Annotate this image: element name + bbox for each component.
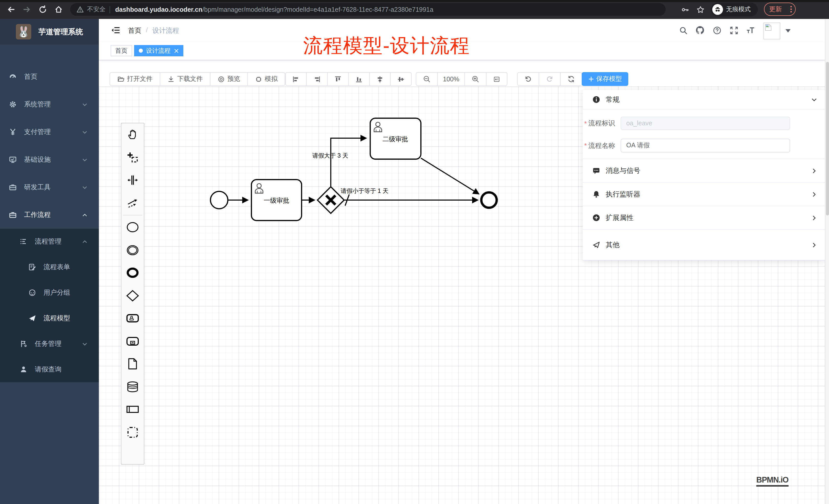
required-mark: * (584, 142, 587, 149)
sidebar-item-system[interactable]: 系统管理 (0, 90, 99, 118)
search-icon[interactable] (678, 25, 688, 35)
user-task-level1[interactable]: 一级审批 (251, 180, 301, 221)
browser-back-icon[interactable] (6, 4, 16, 15)
update-label[interactable]: 更新 (769, 5, 782, 13)
exclusive-gateway[interactable] (318, 187, 344, 214)
section-execution-listeners[interactable]: 执行监听器 (583, 183, 825, 206)
create-data-object[interactable] (121, 353, 144, 375)
flow-label-le1[interactable]: 请假小于等于 1 天 (341, 188, 389, 194)
download-file-button[interactable]: 下载文件 (160, 72, 211, 86)
app-logo[interactable]: 🐰 芋道管理系统 (0, 19, 99, 44)
process-name-input[interactable] (621, 139, 790, 153)
lasso-tool[interactable] (121, 146, 144, 169)
create-user-task[interactable] (121, 307, 144, 330)
undo-button[interactable] (517, 72, 539, 86)
process-key-input[interactable] (621, 117, 790, 130)
chevron-right-icon[interactable] (811, 191, 817, 197)
active-tag-dot (139, 49, 143, 53)
create-intermediate-event[interactable] (121, 239, 144, 262)
create-participant[interactable] (121, 398, 144, 421)
align-center-horizontal-button[interactable] (370, 72, 391, 86)
flow-task2-to-end[interactable] (421, 158, 479, 194)
simulate-button[interactable]: 模拟 (248, 72, 285, 86)
sidebar-item-process-mgmt[interactable]: 流程管理 (0, 229, 99, 254)
align-right-button[interactable] (307, 72, 328, 86)
github-icon[interactable] (695, 25, 705, 35)
close-tag-icon[interactable] (174, 48, 179, 53)
save-model-button[interactable]: 保存模型 (582, 72, 628, 86)
end-event[interactable] (481, 192, 497, 208)
create-gateway[interactable] (121, 284, 144, 307)
align-top-icon (334, 75, 341, 83)
section-extended-properties[interactable]: 扩展属性 (583, 206, 825, 230)
password-key-icon[interactable] (680, 4, 690, 15)
scrollbar-thumb[interactable] (826, 62, 829, 216)
preview-button[interactable]: 预览 (211, 72, 248, 86)
chevron-down-icon (82, 157, 87, 162)
chevron-down-icon[interactable] (811, 96, 817, 103)
create-group[interactable] (121, 421, 144, 443)
avatar-caret-icon[interactable] (786, 29, 791, 33)
sidebar-item-devtools[interactable]: 研发工具 (0, 173, 99, 201)
align-center-horizontal-icon (376, 75, 384, 83)
kebab-menu-icon[interactable] (790, 5, 792, 13)
create-start-event[interactable] (121, 216, 144, 239)
user-task-level2[interactable]: 二级审批 (370, 118, 421, 159)
align-left-button[interactable] (285, 72, 307, 86)
sidebar-item-user-group[interactable]: 用户分组 (0, 280, 99, 306)
sidebar-item-workflow[interactable]: 工作流程 (0, 201, 99, 229)
chevron-right-icon[interactable] (811, 215, 817, 221)
flow-gateway-to-task2[interactable] (331, 138, 366, 187)
browser-reload-icon[interactable] (37, 4, 48, 15)
zoom-out-button[interactable] (416, 72, 438, 86)
browser-forward-icon[interactable] (22, 4, 32, 15)
security-warning-icon[interactable] (76, 6, 84, 13)
section-messages-signals[interactable]: 消息与信号 (583, 159, 825, 183)
chevron-right-icon[interactable] (811, 167, 817, 174)
create-subprocess[interactable] (121, 330, 144, 353)
zoom-fit-button[interactable] (486, 72, 507, 86)
hand-tool[interactable] (121, 123, 144, 146)
reset-button[interactable] (561, 72, 582, 86)
flow-label-gt3[interactable]: 请假大于 3 天 (312, 152, 349, 159)
open-file-button[interactable]: 打开文件 (110, 72, 160, 86)
zoom-level[interactable]: 100% (438, 72, 465, 86)
section-other[interactable]: 其他 (583, 230, 825, 261)
page-scrollbar[interactable] (825, 19, 829, 504)
create-data-store[interactable] (121, 375, 144, 398)
redo-button[interactable] (539, 72, 561, 86)
bookmark-star-icon[interactable] (695, 4, 706, 15)
sidebar-item-leave-query[interactable]: 请假查询 (0, 357, 99, 382)
align-center-vertical-button[interactable] (391, 72, 412, 86)
align-bottom-button[interactable] (349, 72, 370, 86)
tag-design-process[interactable]: 设计流程 (134, 45, 183, 56)
font-size-icon[interactable] (746, 25, 756, 35)
user-avatar[interactable] (763, 23, 780, 39)
start-event[interactable] (211, 191, 228, 209)
help-icon[interactable] (712, 25, 722, 35)
section-general[interactable]: 常规 (583, 90, 825, 110)
bpmnio-watermark[interactable]: BPMN.iO (756, 475, 789, 487)
security-label[interactable]: 不安全 (87, 5, 106, 14)
browser-address-bar[interactable]: 不安全 dashboard.yudao.iocoder.cn/bpm/manag… (70, 3, 666, 16)
browser-home-icon[interactable] (53, 4, 64, 15)
sidebar-item-home[interactable]: 首页 (0, 63, 99, 90)
breadcrumb-home[interactable]: 首页 (128, 26, 141, 35)
space-tool[interactable] (121, 169, 144, 192)
sidebar-collapse-icon[interactable] (111, 26, 120, 35)
align-top-button[interactable] (328, 72, 349, 86)
tag-home[interactable]: 首页 (111, 45, 132, 56)
sidebar-item-process-model[interactable]: 流程模型 (0, 306, 99, 331)
browser-update-menu-button[interactable]: 更新 (764, 3, 796, 16)
chevron-down-icon (82, 185, 87, 190)
zoom-in-button[interactable] (465, 72, 486, 86)
global-connect-tool[interactable] (121, 192, 144, 215)
download-icon (168, 75, 175, 83)
sidebar-item-infra[interactable]: 基础设施 (0, 146, 99, 173)
create-end-event[interactable] (121, 262, 144, 284)
sidebar-item-task-mgmt[interactable]: 任务管理 (0, 331, 99, 357)
fullscreen-icon[interactable] (729, 25, 739, 35)
sidebar-item-process-form[interactable]: 流程表单 (0, 254, 99, 280)
chevron-right-icon[interactable] (811, 242, 817, 248)
sidebar-item-payment[interactable]: 支付管理 (0, 118, 99, 146)
